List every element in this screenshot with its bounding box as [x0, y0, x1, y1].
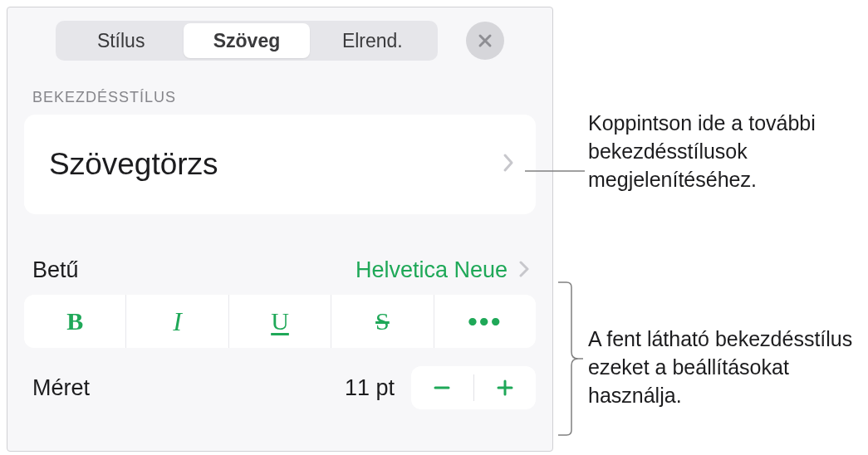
- tab-style[interactable]: Stílus: [58, 23, 184, 58]
- size-increase-button[interactable]: [474, 366, 537, 409]
- font-value-wrap: Helvetica Neue: [356, 257, 529, 283]
- segmented-control: Stílus Szöveg Elrend.: [56, 21, 438, 61]
- strikethrough-icon: S: [375, 307, 390, 335]
- tab-bar-row: Stílus Szöveg Elrend.: [7, 7, 552, 71]
- size-decrease-button[interactable]: [411, 366, 473, 409]
- font-label: Betű: [32, 257, 79, 283]
- italic-icon: I: [173, 306, 182, 337]
- underline-button[interactable]: U: [229, 295, 331, 348]
- chevron-right-icon: [519, 259, 529, 282]
- strikethrough-button[interactable]: S: [331, 295, 434, 348]
- callout-leader-1: [525, 166, 585, 176]
- bold-button[interactable]: B: [24, 295, 126, 348]
- close-icon: [477, 32, 493, 49]
- underline-icon: U: [271, 307, 289, 335]
- bold-icon: B: [66, 307, 83, 335]
- callout-text-1: Koppintson ide a további bekezdésstíluso…: [588, 110, 854, 193]
- size-value: 11 pt: [345, 375, 395, 401]
- format-panel: Stílus Szöveg Elrend. BEKEZDÉSSTÍLUS Szö…: [7, 7, 553, 452]
- plus-icon: [495, 378, 515, 398]
- paragraph-style-selector[interactable]: Szövegtörzs: [24, 115, 536, 214]
- size-stepper: [411, 366, 536, 409]
- more-options-button[interactable]: •••: [434, 295, 536, 348]
- font-value: Helvetica Neue: [356, 257, 508, 283]
- minus-icon: [432, 378, 452, 398]
- font-row[interactable]: Betű Helvetica Neue: [7, 214, 552, 295]
- callout-bracket: [558, 279, 583, 438]
- close-button[interactable]: [466, 22, 504, 60]
- paragraph-style-section-label: BEKEZDÉSSTÍLUS: [7, 71, 552, 115]
- size-row: Méret 11 pt: [7, 348, 552, 409]
- paragraph-style-value: Szövegtörzs: [49, 147, 218, 182]
- size-label: Méret: [32, 375, 90, 401]
- size-controls: 11 pt: [345, 366, 536, 409]
- tab-layout[interactable]: Elrend.: [310, 23, 435, 58]
- callout-text-2: A fent látható bekezdésstílus ezeket a b…: [588, 325, 862, 409]
- italic-button[interactable]: I: [126, 295, 228, 348]
- chevron-right-icon: [503, 150, 514, 179]
- text-style-buttons: B I U S •••: [24, 295, 536, 348]
- tab-text[interactable]: Szöveg: [184, 23, 309, 58]
